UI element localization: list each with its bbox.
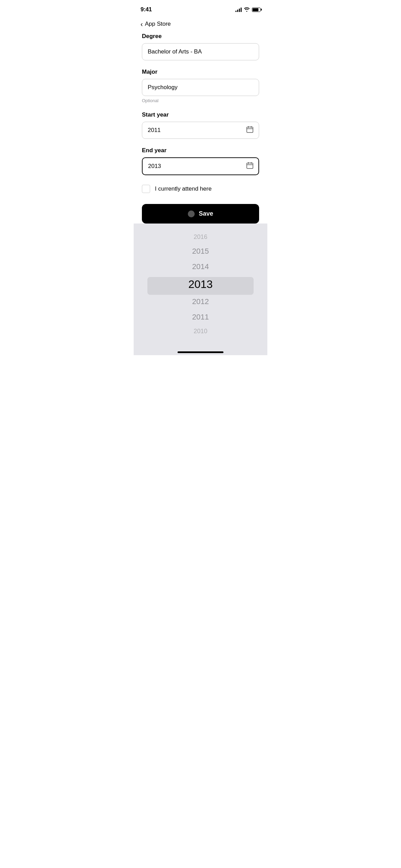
start-year-section: Start year <box>142 111 259 139</box>
degree-label: Degree <box>142 33 259 40</box>
start-year-label: Start year <box>142 111 259 118</box>
major-label: Major <box>142 69 259 75</box>
signal-icon <box>235 7 242 12</box>
chevron-left-icon: ‹ <box>141 21 143 27</box>
end-year-label: End year <box>142 147 259 154</box>
major-section: Major Optional <box>142 69 259 103</box>
year-item-2012[interactable]: 2012 <box>134 294 267 310</box>
status-icons <box>235 7 260 13</box>
year-item-2013[interactable]: 2013 <box>134 275 267 294</box>
end-year-section: End year <box>142 147 259 175</box>
currently-attend-label: I currently attend here <box>155 185 211 192</box>
status-time: 9:41 <box>141 6 152 13</box>
year-picker-container: 2016 2015 2014 2013 2012 2011 2010 <box>134 224 267 349</box>
year-picker[interactable]: 2016 2015 2014 2013 2012 2011 2010 <box>134 224 267 355</box>
year-item-2016[interactable]: 2016 <box>134 230 267 244</box>
year-item-2015[interactable]: 2015 <box>134 244 267 259</box>
year-item-2010[interactable]: 2010 <box>134 325 267 338</box>
year-item-2011[interactable]: 2011 <box>134 310 267 325</box>
app-store-label: App Store <box>145 21 171 27</box>
status-bar: 9:41 <box>134 0 267 16</box>
end-year-input[interactable] <box>142 157 259 175</box>
save-button-dot <box>188 210 195 217</box>
home-bar <box>178 351 223 353</box>
back-button[interactable]: ‹ App Store <box>141 19 171 29</box>
wifi-icon <box>244 7 250 13</box>
home-indicator <box>134 349 267 355</box>
start-year-wrapper <box>142 122 259 139</box>
currently-attend-row: I currently attend here <box>142 185 259 193</box>
end-year-wrapper <box>142 157 259 175</box>
nav-bar: ‹ App Store <box>134 16 267 33</box>
year-item-2014[interactable]: 2014 <box>134 259 267 275</box>
start-year-input[interactable] <box>142 122 259 139</box>
major-input[interactable] <box>142 79 259 96</box>
battery-icon <box>252 8 260 12</box>
currently-attend-checkbox[interactable] <box>142 185 150 193</box>
major-hint: Optional <box>142 98 259 103</box>
form-content: Degree Major Optional Start year End yea… <box>134 33 267 224</box>
degree-input[interactable] <box>142 43 259 60</box>
save-button-label: Save <box>199 210 213 217</box>
save-button[interactable]: Save <box>142 204 259 224</box>
degree-section: Degree <box>142 33 259 60</box>
